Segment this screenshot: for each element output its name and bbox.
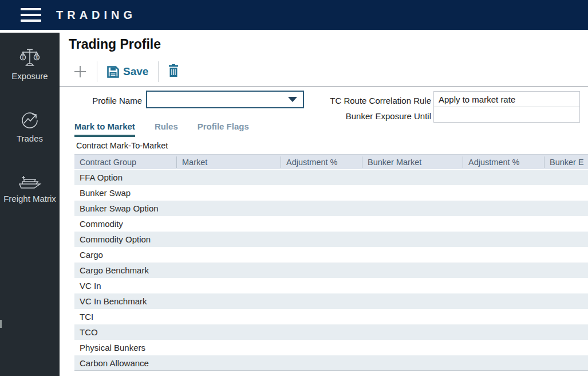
trend-up-icon — [19, 110, 40, 131]
contract-group-cell: VC In Benchmark — [74, 296, 147, 306]
table-row[interactable]: VC In Benchmark — [74, 293, 588, 309]
tc-route-correlation-rule-input[interactable] — [433, 91, 580, 107]
delete-button[interactable] — [168, 64, 179, 79]
hamburger-menu-icon[interactable] — [21, 8, 41, 22]
profile-name-label: Profile Name — [69, 96, 142, 105]
scales-icon: ¢ $ — [19, 48, 41, 68]
table-row[interactable]: Bunker Swap — [74, 185, 588, 201]
column-header-market[interactable]: Market — [176, 156, 281, 168]
sidebar-item-freight-matrix[interactable]: Freight Matrix — [0, 144, 60, 204]
add-button[interactable] — [73, 65, 87, 79]
trash-icon — [168, 64, 179, 77]
toolbar-divider-rule — [60, 86, 588, 87]
top-app-bar: TRADING — [0, 0, 588, 30]
contract-mtm-grid: Contract Group Market Adjustment % Bunke… — [74, 154, 588, 371]
tc-route-correlation-rule-label: TC Route Correlation Rule — [277, 96, 431, 105]
save-icon — [107, 66, 119, 78]
table-row[interactable]: VC In — [74, 278, 588, 293]
save-button-label: Save — [123, 65, 148, 78]
page-title: Trading Profile — [69, 37, 161, 52]
tab-profile-flags[interactable]: Profile Flags — [198, 122, 249, 137]
column-header-adjustment-pct-2[interactable]: Adjustment % — [463, 156, 544, 168]
contract-group-cell: Commodity Option — [74, 234, 151, 244]
column-header-bunker-exposure[interactable]: Bunker E — [544, 156, 588, 168]
table-row[interactable]: Cargo Benchmark — [74, 263, 588, 278]
table-row[interactable]: Physical Bunkers — [74, 340, 588, 355]
contract-group-cell: TCI — [74, 312, 93, 322]
save-button[interactable]: Save — [107, 65, 148, 78]
column-header-adjustment-pct[interactable]: Adjustment % — [281, 156, 362, 168]
table-row[interactable]: FFA Option — [74, 170, 588, 185]
bunker-exposure-until-label: Bunker Exposure Until — [277, 111, 431, 121]
left-edge-drag-handle[interactable] — [0, 320, 2, 328]
add-icon — [73, 65, 87, 79]
tab-rules[interactable]: Rules — [155, 122, 178, 137]
sidebar-item-label: Exposure — [2, 71, 57, 81]
contract-group-cell: Physical Bunkers — [74, 343, 145, 352]
ship-icon — [17, 170, 42, 191]
svg-text:$: $ — [35, 56, 38, 60]
table-row[interactable]: TCO — [74, 324, 588, 340]
contract-group-cell: Cargo — [74, 250, 103, 260]
sidebar-item-trades[interactable]: Trades — [0, 81, 60, 144]
toolbar: Save — [73, 59, 179, 84]
column-header-contract-group[interactable]: Contract Group — [74, 156, 176, 168]
sidebar-item-label: Freight Matrix — [2, 194, 57, 204]
contract-group-cell: Cargo Benchmark — [74, 265, 149, 275]
table-row[interactable]: Commodity Option — [74, 232, 588, 247]
grid-header-row: Contract Group Market Adjustment % Bunke… — [74, 154, 588, 169]
table-row[interactable]: Carbon Allowance — [74, 355, 588, 371]
contract-group-cell: Bunker Swap — [74, 188, 131, 198]
table-row[interactable]: Bunker Swap Option — [74, 201, 588, 216]
contract-group-cell: Commodity — [74, 219, 123, 229]
table-row[interactable]: Cargo — [74, 247, 588, 263]
bunker-exposure-until-input[interactable] — [433, 107, 580, 123]
table-row[interactable]: TCI — [74, 309, 588, 324]
section-title: Contract Mark-To-Market — [76, 141, 168, 150]
sidebar-nav: ¢ $ Exposure Trades — [0, 33, 60, 376]
tab-bar: Mark to Market Rules Profile Flags — [74, 122, 249, 137]
tab-mark-to-market[interactable]: Mark to Market — [74, 122, 135, 137]
contract-group-cell: Carbon Allowance — [74, 358, 149, 368]
contract-group-cell: Bunker Swap Option — [74, 203, 159, 213]
sidebar-item-label: Trades — [2, 134, 57, 144]
column-header-bunker-market[interactable]: Bunker Market — [362, 156, 463, 168]
toolbar-divider — [158, 61, 159, 82]
toolbar-divider — [97, 61, 97, 82]
sidebar-item-exposure[interactable]: ¢ $ Exposure — [0, 33, 60, 81]
contract-group-cell: FFA Option — [74, 173, 123, 182]
svg-text:¢: ¢ — [22, 56, 24, 60]
table-row[interactable]: Commodity — [74, 216, 588, 232]
grid-body: FFA Option Bunker Swap Bunker Swap Optio… — [74, 170, 588, 371]
contract-group-cell: TCO — [74, 327, 98, 337]
main-content: Trading Profile Save — [60, 33, 588, 376]
contract-group-cell: VC In — [74, 281, 101, 291]
app-title: TRADING — [56, 9, 136, 22]
